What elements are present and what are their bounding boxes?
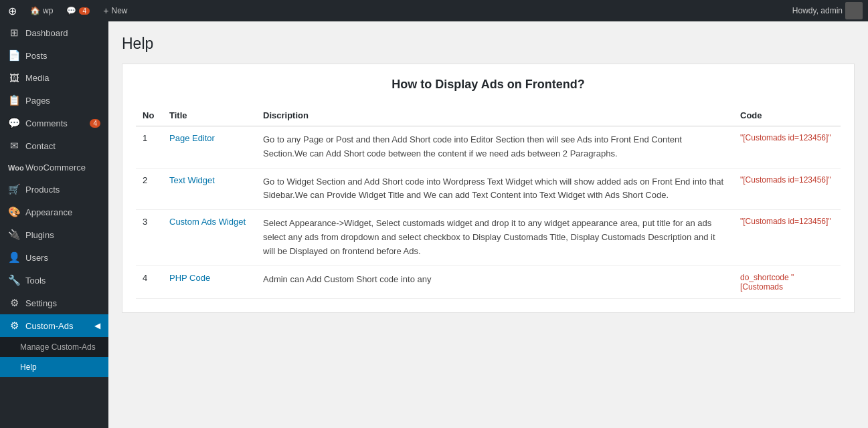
table-row: 2Text WidgetGo to Widget Section and Add… <box>136 168 841 210</box>
page-title: Help <box>122 35 855 53</box>
sidebar-item-posts[interactable]: 📄 Posts <box>0 44 108 67</box>
site-name-item[interactable]: 🏠 wp <box>27 0 56 21</box>
manage-custom-ads-label: Manage Custom-Ads <box>20 342 96 352</box>
settings-icon: ⚙ <box>8 297 20 309</box>
appearance-icon: 🎨 <box>8 206 20 218</box>
sidebar-label: Comments <box>25 118 68 128</box>
wp-logo[interactable]: ⊕ <box>5 0 19 21</box>
help-table: No Title Discription Code 1Page EditorGo… <box>136 105 841 299</box>
sidebar-item-custom-ads[interactable]: ⚙ Custom-Ads ◀ <box>0 314 108 337</box>
plus-icon: + <box>103 5 108 16</box>
help-card: How to Display Ads on Frontend? No Title… <box>122 64 855 313</box>
table-header-row: No Title Discription Code <box>136 105 841 126</box>
media-icon: 🖼 <box>8 72 20 84</box>
sidebar-label: Pages <box>25 96 50 106</box>
sidebar-item-users[interactable]: 👤 Users <box>0 246 108 269</box>
sidebar-item-help[interactable]: Help <box>0 357 108 377</box>
row-description: Admin can Add Custom Short code into any <box>256 265 733 298</box>
row-code: "[Customads id=123456]" <box>733 210 841 265</box>
table-row: 3Custom Ads WidgetSelect Appearance->Wid… <box>136 210 841 265</box>
row-code: do_shortcode "[Customads <box>733 265 841 298</box>
sidebar-label: Plugins <box>25 230 54 240</box>
sidebar-label: Tools <box>25 276 46 286</box>
sidebar-item-woocommerce[interactable]: Woo WooCommerce <box>0 157 108 178</box>
sidebar-label: Contact <box>25 141 56 151</box>
sidebar-label: Media <box>25 73 49 83</box>
comments-badge: 4 <box>79 7 90 15</box>
sidebar-item-plugins[interactable]: 🔌 Plugins <box>0 223 108 246</box>
posts-icon: 📄 <box>8 49 20 62</box>
row-description: Go to Widget Section and Add Short code … <box>256 168 733 210</box>
woocommerce-icon: Woo <box>8 164 20 172</box>
howdy-label: Howdy, admin <box>792 6 843 15</box>
new-item[interactable]: + New <box>100 0 130 21</box>
row-no: 1 <box>136 126 163 169</box>
sidebar-item-settings[interactable]: ⚙ Settings <box>0 292 108 314</box>
help-label: Help <box>20 362 37 372</box>
admin-bar-right: Howdy, admin <box>792 2 863 19</box>
row-no: 2 <box>136 168 163 210</box>
sidebar-item-contact[interactable]: ✉ Contact <box>0 134 108 157</box>
sidebar-label: Users <box>25 253 48 263</box>
sidebar-label: WooCommerce <box>25 163 86 173</box>
sidebar-label: Settings <box>25 298 57 308</box>
site-name: wp <box>43 6 53 15</box>
sidebar-label: Appearance <box>25 207 72 217</box>
col-header-title: Title <box>163 105 256 126</box>
sidebar-item-pages[interactable]: 📋 Pages <box>0 89 108 112</box>
sidebar-item-manage-custom-ads[interactable]: Manage Custom-Ads <box>0 337 108 357</box>
users-icon: 👤 <box>8 251 20 263</box>
row-code: "[Customads id=123456]" <box>733 168 841 210</box>
sidebar-item-media[interactable]: 🖼 Media <box>0 67 108 89</box>
custom-ads-icon: ⚙ <box>8 320 20 332</box>
dashboard-icon: ⊞ <box>8 27 20 39</box>
contact-icon: ✉ <box>8 140 20 152</box>
row-title[interactable]: PHP Code <box>163 265 256 298</box>
tools-icon: 🔧 <box>8 274 20 286</box>
row-title[interactable]: Text Widget <box>163 168 256 210</box>
row-no: 3 <box>136 210 163 265</box>
sidebar-item-products[interactable]: 🛒 Products <box>0 178 108 201</box>
row-title[interactable]: Custom Ads Widget <box>163 210 256 265</box>
col-header-code: Code <box>733 105 841 126</box>
sidebar-label: Products <box>25 185 60 195</box>
comments-icon: 💬 <box>8 117 20 129</box>
products-icon: 🛒 <box>8 183 20 195</box>
admin-avatar[interactable] <box>845 2 863 19</box>
sidebar-item-dashboard[interactable]: ⊞ Dashboard <box>0 21 108 44</box>
row-title[interactable]: Page Editor <box>163 126 256 169</box>
table-row: 4PHP CodeAdmin can Add Custom Short code… <box>136 265 841 298</box>
help-heading: How to Display Ads on Frontend? <box>136 78 841 92</box>
custom-ads-arrow: ◀ <box>94 321 100 330</box>
comment-bubble-icon: 💬 <box>66 6 76 15</box>
sidebar-item-appearance[interactable]: 🎨 Appearance <box>0 201 108 223</box>
layout: ⊞ Dashboard 📄 Posts 🖼 Media 📋 Pages 💬 Co… <box>0 21 868 428</box>
col-header-description: Discription <box>256 105 733 126</box>
plugins-icon: 🔌 <box>8 229 20 241</box>
pages-icon: 📋 <box>8 94 20 106</box>
sidebar: ⊞ Dashboard 📄 Posts 🖼 Media 📋 Pages 💬 Co… <box>0 21 108 428</box>
main-content: Help How to Display Ads on Frontend? No … <box>108 21 868 428</box>
row-code: "[Customads id=123456]" <box>733 126 841 169</box>
wp-logo-icon: ⊕ <box>8 5 17 17</box>
admin-bar: ⊕ 🏠 wp 💬 4 + New Howdy, admin <box>0 0 868 21</box>
row-description: Go to any Page or Post and then Add Shor… <box>256 126 733 169</box>
row-no: 4 <box>136 265 163 298</box>
sidebar-label: Dashboard <box>25 28 68 38</box>
comments-item[interactable]: 💬 4 <box>64 0 92 21</box>
row-description: Select Appearance->Widget, Select custom… <box>256 210 733 265</box>
table-row: 1Page EditorGo to any Page or Post and t… <box>136 126 841 169</box>
sidebar-item-comments[interactable]: 💬 Comments 4 <box>0 112 108 134</box>
sidebar-label: Custom-Ads <box>25 321 74 331</box>
col-header-no: No <box>136 105 163 126</box>
comments-sidebar-badge: 4 <box>90 119 100 128</box>
sidebar-item-tools[interactable]: 🔧 Tools <box>0 269 108 292</box>
home-icon: 🏠 <box>30 6 40 15</box>
custom-ads-submenu: Manage Custom-Ads Help <box>0 337 108 377</box>
sidebar-label: Posts <box>25 51 48 61</box>
new-label: New <box>112 6 128 15</box>
